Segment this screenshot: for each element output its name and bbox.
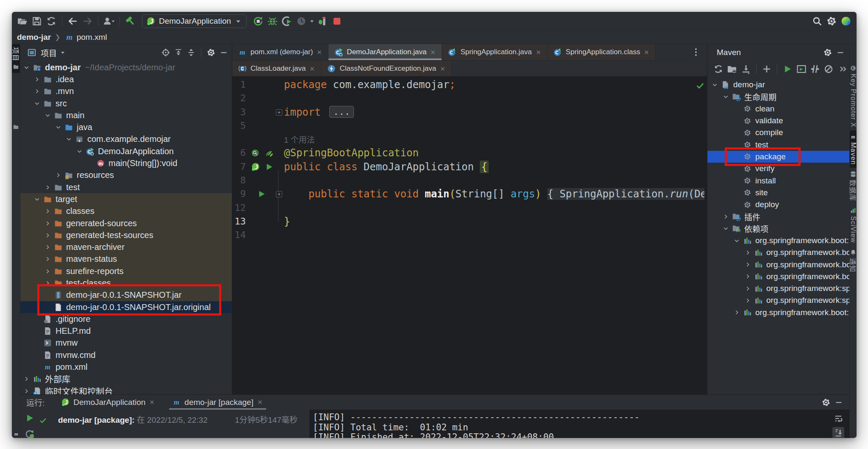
sync-icon[interactable] xyxy=(44,14,58,28)
close-tab-icon[interactable] xyxy=(257,399,263,405)
run-play-gutter-icon[interactable] xyxy=(264,162,274,172)
close-tab-icon[interactable] xyxy=(440,66,446,72)
tab-list-menu-icon[interactable] xyxy=(691,47,701,57)
folded-imports[interactable]: ... xyxy=(329,106,354,118)
run-play-gutter-icon[interactable] xyxy=(257,189,266,199)
editor-tab[interactable]: ClassNotFoundException.java xyxy=(321,61,452,77)
sync-icon[interactable] xyxy=(712,63,725,75)
chevron-right-icon[interactable] xyxy=(743,296,752,305)
stripe-button-key-promoter-x[interactable]: Key Promoter X xyxy=(850,62,857,130)
terminal-run-icon[interactable] xyxy=(795,63,808,75)
maven-tree-row[interactable]: validate xyxy=(707,115,849,127)
breadcrumb-item[interactable]: demo-jar xyxy=(17,33,51,42)
project-tree-row[interactable]: main(String[]):void xyxy=(20,157,232,169)
scroll-to-end-icon[interactable] xyxy=(832,427,844,438)
chevron-right-icon[interactable] xyxy=(743,260,752,269)
maven-tree-row[interactable]: deploy xyxy=(707,199,849,211)
plugin-logo-icon[interactable] xyxy=(839,14,853,28)
back-arrow-icon[interactable] xyxy=(66,14,80,28)
stripe-button--[interactable]: 数据库 xyxy=(850,168,857,204)
chevron-down-icon[interactable] xyxy=(22,63,31,72)
project-tree-row[interactable]: 外部库 xyxy=(20,373,232,385)
rerun-icon[interactable] xyxy=(251,14,265,28)
download-icon[interactable] xyxy=(739,63,753,75)
chevron-down-icon[interactable] xyxy=(721,92,730,101)
locate-icon[interactable] xyxy=(159,46,172,59)
close-tab-icon[interactable] xyxy=(643,49,650,55)
project-tree-row[interactable]: main xyxy=(20,109,232,121)
chevron-right-icon[interactable] xyxy=(743,248,752,257)
maven-tree-row[interactable]: org.springframework.bo xyxy=(707,247,849,258)
maven-tree-row[interactable]: site xyxy=(707,187,849,199)
code-editor[interactable]: 12356789121314 package com.example.demoj… xyxy=(232,76,707,394)
chevron-down-icon[interactable] xyxy=(59,49,66,56)
stripe-button-sciview[interactable]: SciView xyxy=(850,204,857,246)
gear-icon[interactable] xyxy=(205,46,217,59)
run-tab[interactable]: demo-jar [package] xyxy=(167,395,269,410)
chevron-down-icon[interactable] xyxy=(64,135,73,144)
debug-icon[interactable] xyxy=(265,14,280,28)
maven-tree-row[interactable]: demo-jar xyxy=(707,79,849,91)
skip-tests-icon[interactable] xyxy=(808,63,822,75)
project-tree-row[interactable]: generated-sources xyxy=(20,217,232,229)
attach-debugger-icon[interactable] xyxy=(315,14,330,28)
project-tree-row[interactable]: test-classes xyxy=(20,277,232,289)
save-icon[interactable] xyxy=(30,14,44,28)
chevron-down-icon[interactable] xyxy=(32,194,42,204)
chevron-right-icon[interactable] xyxy=(43,243,52,252)
project-tree-row[interactable]: demo-jar-0.0.1-SNAPSHOT.jar xyxy=(20,289,232,301)
maven-tree-row[interactable]: org.springframework:sp xyxy=(707,283,849,294)
maven-tree-row[interactable]: org.springframework.boot: xyxy=(707,235,849,247)
chevron-down-icon[interactable] xyxy=(53,123,63,132)
usage-count-inlay[interactable]: 1 个用法 xyxy=(284,136,315,144)
chevron-right-icon[interactable] xyxy=(22,374,31,384)
chevron-right-icon[interactable] xyxy=(22,386,31,394)
profiler-icon[interactable] xyxy=(294,14,309,28)
chevron-right-icon[interactable] xyxy=(53,171,63,180)
close-tab-icon[interactable] xyxy=(149,399,155,405)
breadcrumb-item[interactable]: pom.xml xyxy=(77,33,107,42)
spring-leaves-gutter-icon[interactable] xyxy=(264,149,274,158)
maven-tree-row[interactable]: org.springframework.bo xyxy=(707,271,849,283)
project-tree-row[interactable]: target xyxy=(20,193,232,205)
more-icon[interactable] xyxy=(836,63,849,75)
coverage-icon[interactable] xyxy=(280,14,294,28)
chevron-down-icon[interactable] xyxy=(32,99,42,108)
chevron-right-icon[interactable] xyxy=(721,212,730,221)
editor-tab[interactable]: DemoJarApplication.java xyxy=(328,44,442,60)
fold-marker-icon[interactable] xyxy=(276,191,282,197)
secondary-stripe-icon[interactable] xyxy=(13,124,19,130)
stripe-button--[interactable]: 通知 xyxy=(850,246,857,275)
chevron-right-icon[interactable] xyxy=(43,255,52,264)
chevron-right-icon[interactable] xyxy=(732,308,741,317)
maven-tree-row[interactable]: org.springframework.bo xyxy=(707,258,849,270)
maven-tree-row[interactable]: clean xyxy=(707,103,849,115)
chevron-right-icon[interactable] xyxy=(32,87,42,96)
open-folder-icon[interactable] xyxy=(15,14,30,28)
chevron-right-icon[interactable] xyxy=(43,207,52,216)
editor-tab[interactable]: SpringApplication.class xyxy=(548,44,656,60)
maven-tree-row[interactable]: compile xyxy=(707,127,849,139)
project-tree-row[interactable]: .mvn xyxy=(20,86,232,97)
bottom-stripe-icon[interactable] xyxy=(13,431,19,437)
chevron-down-icon[interactable] xyxy=(43,111,52,120)
settings-gear-icon[interactable] xyxy=(821,46,834,59)
maven-tree-row[interactable]: 生命周期 xyxy=(707,91,849,103)
chevron-right-icon[interactable] xyxy=(43,266,52,276)
project-tree-row[interactable]: surefire-reports xyxy=(20,265,232,277)
soft-wrap-icon[interactable] xyxy=(832,413,844,424)
chevron-right-icon[interactable] xyxy=(43,219,52,228)
maven-tree-row[interactable]: org.springframework.boot: xyxy=(707,307,849,319)
plus-icon[interactable] xyxy=(760,63,773,75)
maven-tree-row[interactable]: 依赖项 xyxy=(707,223,849,235)
close-tab-icon[interactable] xyxy=(430,49,436,55)
maven-tree-row[interactable]: test xyxy=(707,139,849,150)
project-tree-row[interactable]: pom.xml xyxy=(20,361,232,373)
run-tab[interactable]: DemoJarApplication xyxy=(56,395,161,410)
minimize-icon[interactable] xyxy=(832,396,845,409)
project-tree-row[interactable]: maven-archiver xyxy=(20,241,232,253)
bean-magnifier-gutter-icon[interactable] xyxy=(251,149,260,158)
chevron-right-icon[interactable] xyxy=(743,284,752,293)
project-tree-row[interactable]: demo-jar~/IdeaProjects/demo-jar xyxy=(20,61,232,73)
run-console[interactable]: [INFO] ---------------------------------… xyxy=(309,410,849,438)
